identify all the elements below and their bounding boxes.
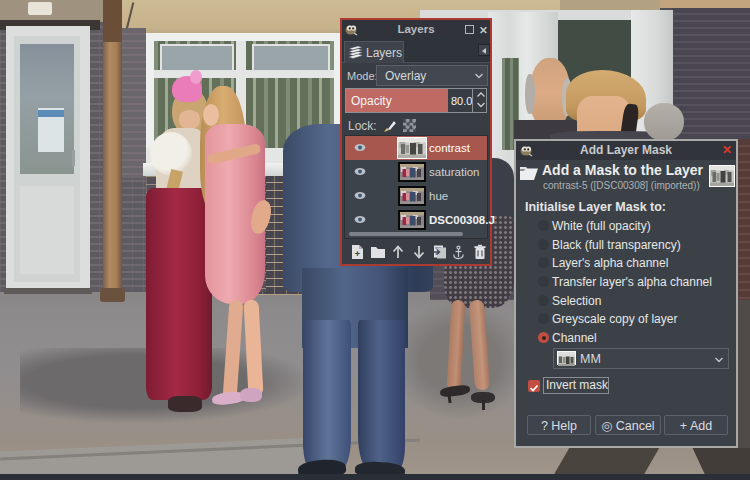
svg-text:+: + [355, 249, 360, 259]
